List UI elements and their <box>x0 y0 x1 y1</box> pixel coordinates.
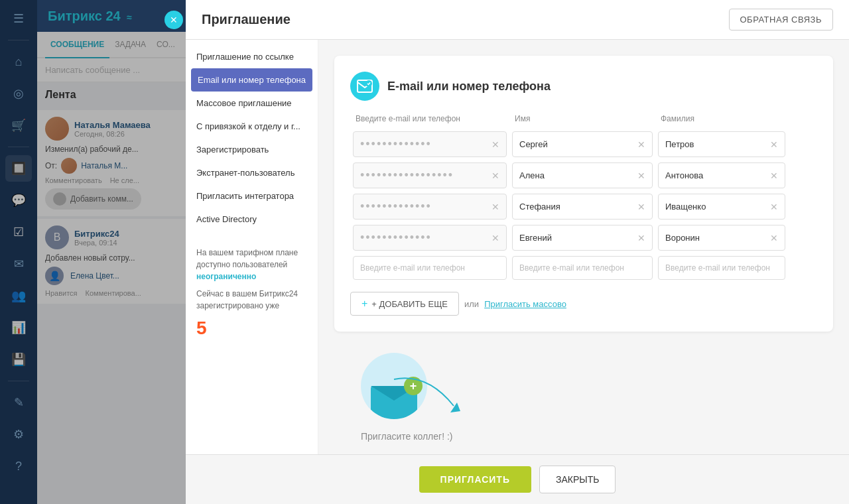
col-header-email: Введите e-mail или телефон <box>350 114 509 127</box>
nav-info-line2: доступно пользователей <box>196 259 307 271</box>
nav-info-line4: зарегистрировано уже <box>196 300 307 312</box>
illustration-caption: Пригласите коллег! :) <box>361 431 453 442</box>
surname-value-2: Антонова <box>665 170 770 180</box>
name-field-2[interactable]: Алена ✕ <box>512 162 653 188</box>
modal-right-content: E-mail или номер телефона Введите e-mail… <box>318 40 849 454</box>
nav-item-link[interactable]: Приглашение по ссылке <box>186 45 318 68</box>
modal-nav-info: На вашем тарифном плане доступно пользов… <box>186 236 318 353</box>
email-field-2[interactable]: ••••••••••••••••• ✕ <box>353 162 507 188</box>
table-row: ••••••••••••••••• ✕ Алена ✕ Антонова ✕ <box>350 161 817 190</box>
email-field-3[interactable]: ••••••••••••• ✕ <box>353 194 507 220</box>
clear-surname-4[interactable]: ✕ <box>770 233 778 243</box>
nav-item-extranet[interactable]: Экстранет-пользователь <box>186 161 318 184</box>
clear-email-2[interactable]: ✕ <box>491 170 499 181</box>
table-row: ••••••••••••• ✕ Сергей ✕ Петров ✕ <box>350 130 817 158</box>
surname-placeholder-5: Введите e-mail или телефон <box>665 263 778 273</box>
name-field-1[interactable]: Сергей ✕ <box>512 131 653 157</box>
clear-surname-2[interactable]: ✕ <box>770 170 778 181</box>
email-blurred-1: ••••••••••••• <box>360 137 432 151</box>
illustration-area: + Пригласите коллег! :) <box>334 342 833 442</box>
surname-field-1[interactable]: Петров ✕ <box>658 131 785 157</box>
or-text: или <box>464 299 479 309</box>
name-value-1: Сергей <box>519 139 637 149</box>
close-button[interactable]: ЗАКРЫТЬ <box>539 466 616 493</box>
add-more-button[interactable]: + + ДОБАВИТЬ ЕЩЕ <box>350 292 459 316</box>
nav-item-ad[interactable]: Active Directory <box>186 208 318 231</box>
nav-item-dept[interactable]: С привязкой к отделу и г... <box>186 115 318 138</box>
modal-close-icon[interactable]: ✕ <box>164 11 183 29</box>
clear-name-4[interactable]: ✕ <box>637 233 645 243</box>
clear-email-1[interactable]: ✕ <box>491 139 499 150</box>
name-placeholder-5: Введите e-mail или телефон <box>519 263 645 273</box>
invite-card: E-mail или номер телефона Введите e-mail… <box>334 56 833 332</box>
name-value-3: Стефания <box>519 202 637 212</box>
invite-card-title: E-mail или номер телефона <box>387 80 551 94</box>
surname-value-1: Петров <box>665 139 770 149</box>
name-field-5[interactable]: Введите e-mail или телефон <box>512 256 653 280</box>
col-header-name: Имя <box>509 114 655 127</box>
table-row: Введите e-mail или телефон Введите e-mai… <box>350 255 817 281</box>
email-field-1[interactable]: ••••••••••••• ✕ <box>353 131 507 157</box>
nav-item-email[interactable]: Email или номер телефона <box>191 68 312 92</box>
clear-name-1[interactable]: ✕ <box>637 139 645 150</box>
nav-info-unlimited: неограниченно <box>196 271 307 283</box>
modal-nav: Приглашение по ссылке Email или номер те… <box>186 40 318 454</box>
invite-email-icon <box>350 72 379 101</box>
email-field-4[interactable]: ••••••••••••• ✕ <box>353 225 507 251</box>
invite-actions: + + ДОБАВИТЬ ЕЩЕ или Пригласить массово <box>350 292 817 316</box>
modal-title: Приглашение <box>202 12 291 27</box>
email-field-5[interactable]: Введите e-mail или телефон <box>353 256 507 280</box>
name-field-3[interactable]: Стефания ✕ <box>512 194 653 220</box>
nav-info-line3: Сейчас в вашем Битрикс24 <box>196 288 307 300</box>
mass-invite-link[interactable]: Пригласить массово <box>484 299 566 309</box>
clear-email-4[interactable]: ✕ <box>491 233 499 243</box>
col-header-surname: Фамилия <box>655 114 788 127</box>
name-value-2: Алена <box>519 170 637 180</box>
email-blurred-2: ••••••••••••••••• <box>360 168 454 182</box>
name-field-4[interactable]: Евгений ✕ <box>512 225 653 251</box>
surname-field-2[interactable]: Антонова ✕ <box>658 162 785 188</box>
surname-value-3: Иващенко <box>665 202 770 212</box>
invite-button[interactable]: ПРИГЛАСИТЬ <box>419 466 531 493</box>
clear-email-3[interactable]: ✕ <box>491 202 499 212</box>
modal: Приглашение ОБРАТНАЯ СВЯЗЬ Приглашение п… <box>186 0 849 504</box>
plus-icon: + <box>361 298 367 310</box>
surname-field-4[interactable]: Воронин ✕ <box>658 225 785 251</box>
table-row: ••••••••••••• ✕ Стефания ✕ Иващенко ✕ <box>350 192 817 221</box>
clear-surname-3[interactable]: ✕ <box>770 202 778 212</box>
name-value-4: Евгений <box>519 233 637 243</box>
nav-item-integrator[interactable]: Пригласить интегратора <box>186 184 318 208</box>
add-more-label: + ДОБАВИТЬ ЕЩЕ <box>371 299 448 309</box>
modal-body: Приглашение по ссылке Email или номер те… <box>186 40 849 454</box>
feedback-button[interactable]: ОБРАТНАЯ СВЯЗЬ <box>729 9 834 31</box>
invite-card-header: E-mail или номер телефона <box>350 72 817 101</box>
surname-value-4: Воронин <box>665 233 770 243</box>
nav-item-register[interactable]: Зарегистрировать <box>186 138 318 161</box>
modal-footer: ПРИГЛАСИТЬ ЗАКРЫТЬ <box>186 454 849 504</box>
email-placeholder-5: Введите e-mail или телефон <box>360 263 499 273</box>
surname-field-5[interactable]: Введите e-mail или телефон <box>658 256 785 280</box>
arrow-icon <box>387 373 467 426</box>
nav-info-line1: На вашем тарифном плане <box>196 247 307 259</box>
email-blurred-3: ••••••••••••• <box>360 200 432 214</box>
nav-item-mass[interactable]: Массовое приглашение <box>186 92 318 115</box>
modal-header: Приглашение ОБРАТНАЯ СВЯЗЬ <box>186 0 849 40</box>
table-row: ••••••••••••• ✕ Евгений ✕ Воронин ✕ <box>350 223 817 252</box>
email-blurred-4: ••••••••••••• <box>360 231 432 245</box>
clear-surname-1[interactable]: ✕ <box>770 139 778 150</box>
clear-name-3[interactable]: ✕ <box>637 202 645 212</box>
clear-name-2[interactable]: ✕ <box>637 170 645 181</box>
surname-field-3[interactable]: Иващенко ✕ <box>658 194 785 220</box>
nav-info-count: 5 <box>196 314 307 342</box>
